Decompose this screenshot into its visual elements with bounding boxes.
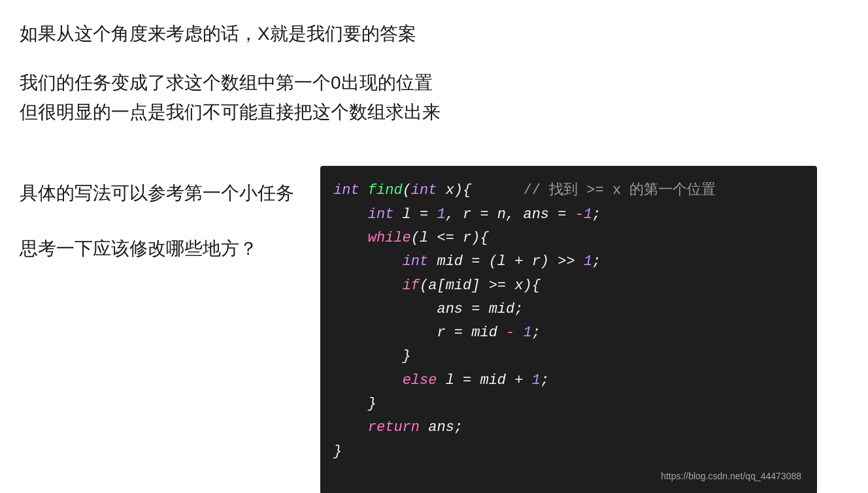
code-footer: https://blog.csdn.net/qq_44473088 [333, 469, 801, 484]
header-line1: 如果从这个角度来考虑的话，X就是我们要的答案 [20, 20, 848, 49]
code-line-4: int mid = (l + r) >> 1; [333, 250, 801, 274]
code-line-9: else l = mid + 1; [333, 369, 801, 392]
slide-content: 如果从这个角度来考虑的话，X就是我们要的答案 我们的任务变成了求这个数组中第一个… [20, 20, 848, 493]
code-line-3: while(l <= r){ [333, 227, 801, 250]
header-line2: 我们的任务变成了求这个数组中第一个0出现的位置 但很明显的一点是我们不可能直接把… [20, 69, 848, 127]
code-line-6: ans = mid; [333, 298, 801, 321]
main-content: 具体的写法可以参考第一个小任务 思考一下应该修改哪些地方？ int find(i… [20, 166, 848, 493]
left-line2: 思考一下应该修改哪些地方？ [20, 234, 294, 264]
code-line-7: r = mid - 1; [333, 321, 801, 345]
code-line-5: if(a[mid] >= x){ [333, 274, 801, 298]
code-block: int find(int x){ // 找到 >= x 的第一个位置 int l… [320, 166, 817, 493]
code-line-10: } [333, 392, 801, 416]
code-line-8: } [333, 345, 801, 368]
code-line-1: int find(int x){ // 找到 >= x 的第一个位置 [333, 179, 801, 202]
left-text-block: 具体的写法可以参考第一个小任务 思考一下应该修改哪些地方？ [20, 166, 294, 264]
code-line-12: } [333, 440, 801, 464]
code-line-2: int l = 1, r = n, ans = -1; [333, 203, 801, 227]
code-line-11: return ans; [333, 416, 801, 439]
left-line1: 具体的写法可以参考第一个小任务 [20, 179, 294, 208]
